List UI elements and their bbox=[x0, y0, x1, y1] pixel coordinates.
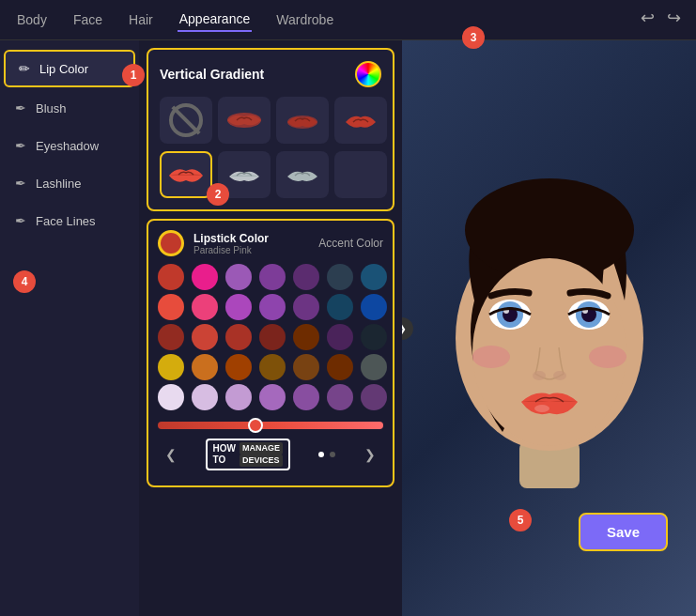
next-arrow[interactable]: ❯ bbox=[364, 447, 376, 462]
color-picker-header: Lipstick Color Paradise Pink Accent Colo… bbox=[158, 230, 383, 256]
nav-body[interactable]: Body bbox=[15, 8, 49, 31]
svg-point-19 bbox=[472, 346, 510, 368]
sidebar-lashline-label: Lashline bbox=[36, 177, 81, 191]
undo-button[interactable]: ↩ bbox=[641, 8, 655, 28]
color-dot[interactable] bbox=[361, 384, 387, 410]
lip-svg-5 bbox=[224, 162, 265, 188]
color-dot[interactable] bbox=[259, 264, 286, 290]
prev-arrow[interactable]: ❮ bbox=[165, 447, 177, 462]
expand-arrow[interactable]: ❯ bbox=[402, 317, 413, 340]
nav-wardrobe[interactable]: Wardrobe bbox=[274, 8, 335, 31]
color-dot[interactable] bbox=[327, 354, 353, 380]
color-dot[interactable] bbox=[158, 384, 184, 410]
lip-option-1[interactable] bbox=[218, 97, 271, 144]
gradient-header: Vertical Gradient bbox=[160, 61, 381, 87]
badge-1: 1 bbox=[122, 64, 145, 86]
logo-devices-text: DEVICES bbox=[240, 454, 283, 467]
color-dot[interactable] bbox=[259, 384, 286, 410]
color-slider[interactable] bbox=[158, 422, 383, 429]
sidebar-eyeshadow-label: Eyeshadow bbox=[36, 139, 99, 153]
color-dot[interactable] bbox=[293, 354, 319, 380]
lip-svg-4 bbox=[165, 162, 207, 188]
sidebar-item-lip-color[interactable]: ✏ Lip Color bbox=[4, 50, 135, 87]
lip-option-2[interactable] bbox=[276, 97, 329, 144]
top-nav: Body Face Hair Appearance Wardrobe ↩ ↪ bbox=[0, 0, 696, 40]
avatar-svg bbox=[427, 150, 672, 507]
color-dot[interactable] bbox=[225, 294, 252, 320]
svg-point-18 bbox=[534, 405, 549, 412]
color-dot[interactable] bbox=[259, 324, 286, 350]
lip-svg-6 bbox=[282, 162, 323, 188]
lip-option-none[interactable] bbox=[160, 97, 212, 144]
nav-appearance[interactable]: Appearance bbox=[178, 8, 253, 32]
selected-color-dot[interactable] bbox=[158, 230, 184, 256]
color-dots-row4 bbox=[158, 354, 383, 380]
sidebar-item-blush[interactable]: ✒ Blush bbox=[0, 89, 139, 127]
color-dot[interactable] bbox=[327, 264, 353, 290]
sidebar-item-eyeshadow[interactable]: ✒ Eyeshadow bbox=[0, 127, 139, 164]
redo-button[interactable]: ↪ bbox=[667, 8, 681, 28]
color-dot[interactable] bbox=[225, 324, 252, 350]
pagination-dot-2 bbox=[330, 452, 335, 457]
color-dot[interactable] bbox=[259, 294, 286, 320]
color-dot[interactable] bbox=[192, 294, 218, 320]
color-dot[interactable] bbox=[225, 354, 252, 380]
color-dot[interactable] bbox=[192, 384, 218, 410]
color-dot[interactable] bbox=[259, 354, 286, 380]
sidebar-item-lashline[interactable]: ✒ Lashline bbox=[0, 164, 139, 202]
color-dot[interactable] bbox=[361, 294, 387, 320]
color-dot[interactable] bbox=[192, 324, 218, 350]
badge-3: 3 bbox=[462, 26, 485, 49]
left-sidebar: ✏ Lip Color ✒ Blush ✒ Eyeshadow ✒ Lashli… bbox=[0, 40, 139, 616]
color-dot[interactable] bbox=[293, 294, 319, 320]
color-dot[interactable] bbox=[225, 264, 252, 290]
color-dot[interactable] bbox=[192, 264, 218, 290]
lip-color-icon: ✏ bbox=[19, 61, 30, 76]
face-lines-icon: ✒ bbox=[15, 213, 26, 228]
lip-option-6[interactable] bbox=[276, 151, 329, 198]
color-dot[interactable] bbox=[158, 354, 184, 380]
color-dot[interactable] bbox=[225, 384, 252, 410]
color-dots-row2 bbox=[158, 294, 383, 320]
lip-option-3[interactable] bbox=[334, 97, 387, 144]
save-button[interactable]: Save bbox=[579, 513, 668, 551]
lip-option-placeholder bbox=[334, 151, 387, 198]
color-picker-labels: Lipstick Color Paradise Pink bbox=[193, 232, 269, 255]
sidebar-face-lines-label: Face Lines bbox=[36, 214, 96, 228]
gradient-panel: Vertical Gradient bbox=[147, 48, 394, 211]
nav-face[interactable]: Face bbox=[71, 8, 104, 31]
nav-hair[interactable]: Hair bbox=[127, 8, 155, 31]
svg-point-16 bbox=[533, 371, 546, 380]
lip-option-4[interactable] bbox=[160, 151, 212, 198]
lip-svg-1 bbox=[224, 107, 265, 133]
color-dot[interactable] bbox=[293, 264, 319, 290]
lip-svg-2 bbox=[282, 107, 323, 133]
color-dot[interactable] bbox=[361, 264, 387, 290]
color-wheel-button[interactable] bbox=[355, 61, 381, 87]
pagination-dots bbox=[318, 452, 335, 457]
logo-howto-text: HOWTO bbox=[213, 443, 236, 466]
color-dot[interactable] bbox=[158, 264, 184, 290]
color-dot[interactable] bbox=[158, 294, 184, 320]
color-dot[interactable] bbox=[293, 324, 319, 350]
color-dot[interactable] bbox=[327, 384, 353, 410]
slider-thumb[interactable] bbox=[248, 418, 263, 433]
color-dot[interactable] bbox=[361, 354, 387, 380]
sidebar-item-face-lines[interactable]: ✒ Face Lines bbox=[0, 202, 139, 239]
color-dot[interactable] bbox=[158, 324, 184, 350]
color-dot[interactable] bbox=[327, 324, 353, 350]
color-dot[interactable] bbox=[327, 294, 353, 320]
gradient-title: Vertical Gradient bbox=[160, 67, 264, 82]
logo-manage-devices: MANAGE DEVICES bbox=[240, 442, 283, 467]
color-dot[interactable] bbox=[293, 384, 319, 410]
no-makeup-symbol bbox=[169, 103, 203, 137]
color-dot[interactable] bbox=[192, 354, 218, 380]
lashline-icon: ✒ bbox=[15, 176, 26, 191]
accent-color-label: Accent Color bbox=[318, 237, 383, 250]
color-dot[interactable] bbox=[361, 324, 387, 350]
logo-manage-text: MANAGE bbox=[240, 442, 283, 454]
color-slider-container bbox=[158, 418, 383, 433]
sidebar-blush-label: Blush bbox=[36, 101, 67, 116]
app-container: Body Face Hair Appearance Wardrobe ↩ ↪ ✏… bbox=[0, 0, 696, 616]
svg-point-17 bbox=[553, 371, 566, 380]
